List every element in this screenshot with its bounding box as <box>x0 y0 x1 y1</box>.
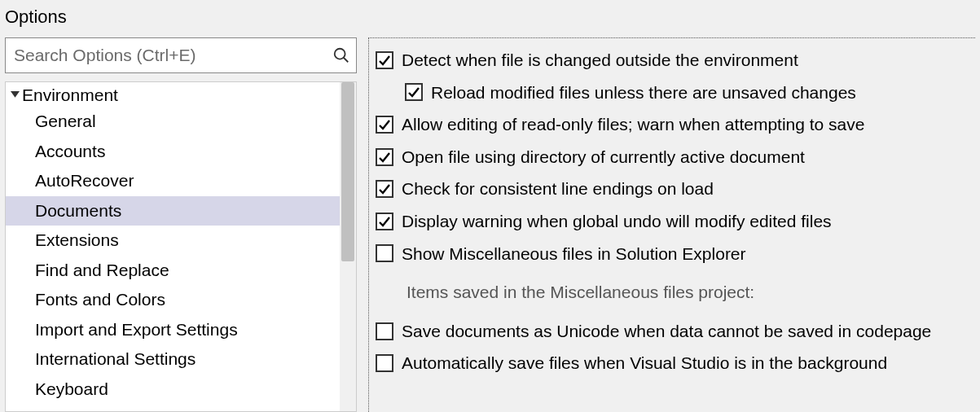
option-global-undo: Display warning when global undo will mo… <box>376 208 969 235</box>
option-line-endings: Check for consistent line endings on loa… <box>376 175 969 203</box>
tree-item-preview-features[interactable]: Preview Features <box>6 404 340 411</box>
options-dialog: Options Environmen <box>0 0 980 412</box>
option-label: Show Miscellaneous files in Solution Exp… <box>402 240 746 268</box>
option-detect-changed: Detect when file is changed outside the … <box>376 46 969 74</box>
tree-item-accounts[interactable]: Accounts <box>6 137 340 167</box>
checkbox-open-dir[interactable] <box>376 148 393 166</box>
tree-item-label: Documents <box>35 201 121 220</box>
tree-scrollbar[interactable] <box>340 82 356 411</box>
tree-item-label: Import and Export Settings <box>35 320 238 339</box>
body-area: Environment General Accounts AutoRecover… <box>0 37 980 412</box>
tree-item-find-replace[interactable]: Find and Replace <box>6 256 340 286</box>
option-label: Save documents as Unicode when data cann… <box>402 318 931 345</box>
misc-hint-label: Items saved in the Miscellaneous files p… <box>376 278 969 306</box>
tree-item-label: Fonts and Colors <box>35 290 165 309</box>
left-pane: Environment General Accounts AutoRecover… <box>5 37 357 412</box>
tree-item-international[interactable]: International Settings <box>6 344 340 375</box>
search-input[interactable] <box>5 37 357 73</box>
option-show-misc: Show Miscellaneous files in Solution Exp… <box>376 240 969 268</box>
title-bar: Options <box>0 0 980 37</box>
search-wrap <box>5 37 357 73</box>
option-label: Display warning when global undo will mo… <box>402 208 832 235</box>
option-allow-readonly: Allow editing of read-only files; warn w… <box>376 111 969 138</box>
misc-hint-text: Items saved in the Miscellaneous files p… <box>407 278 754 306</box>
expander-icon <box>9 90 20 101</box>
checkbox-line-endings[interactable] <box>376 180 393 198</box>
option-label: Check for consistent line endings on loa… <box>402 175 714 203</box>
tree-item-general[interactable]: General <box>6 107 340 137</box>
tree-item-label: Find and Replace <box>35 261 169 279</box>
tree-item-label: AutoRecover <box>35 171 134 190</box>
tree-group-label: Environment <box>22 85 118 105</box>
option-open-dir: Open file using directory of currently a… <box>376 143 969 171</box>
tree-item-import-export[interactable]: Import and Export Settings <box>6 315 340 345</box>
tree-item-label: Keyboard <box>35 379 108 398</box>
right-pane: Detect when file is changed outside the … <box>368 37 975 412</box>
checkbox-autosave-bg[interactable] <box>376 354 393 372</box>
option-label: Open file using directory of currently a… <box>402 143 805 171</box>
tree-item-label: International Settings <box>35 349 196 368</box>
tree-item-label: General <box>35 112 96 130</box>
option-label: Reload modified files unless there are u… <box>431 79 856 107</box>
checkbox-detect-changed[interactable] <box>376 51 393 69</box>
tree-item-keyboard[interactable]: Keyboard <box>6 375 340 405</box>
option-autosave-bg: Automatically save files when Visual Stu… <box>376 349 969 377</box>
tree-item-documents[interactable]: Documents <box>6 196 340 226</box>
checkbox-allow-readonly[interactable] <box>376 116 393 134</box>
option-reload-modified: Reload modified files unless there are u… <box>376 79 969 107</box>
svg-marker-2 <box>11 91 20 98</box>
tree-item-label: Accounts <box>35 142 105 160</box>
checkbox-save-unicode[interactable] <box>376 322 393 340</box>
checkbox-reload-modified[interactable] <box>405 83 423 101</box>
tree-scrollbar-thumb[interactable] <box>341 82 354 261</box>
tree-item-label: Extensions <box>35 230 119 249</box>
option-label: Automatically save files when Visual Stu… <box>402 349 887 377</box>
window-title: Options <box>5 7 67 27</box>
tree-item-extensions[interactable]: Extensions <box>6 226 340 256</box>
tree-item-autorecover[interactable]: AutoRecover <box>6 166 340 196</box>
tree-item-label: Preview Features <box>35 409 168 411</box>
options-tree-container: Environment General Accounts AutoRecover… <box>5 81 357 412</box>
option-label: Allow editing of read-only files; warn w… <box>402 111 864 138</box>
checkbox-global-undo[interactable] <box>376 213 393 230</box>
checkbox-show-misc[interactable] <box>376 244 393 262</box>
tree-item-fonts-colors[interactable]: Fonts and Colors <box>6 285 340 315</box>
options-tree[interactable]: Environment General Accounts AutoRecover… <box>6 82 340 411</box>
tree-group-environment[interactable]: Environment <box>6 84 340 107</box>
option-save-unicode: Save documents as Unicode when data cann… <box>376 318 969 345</box>
option-label: Detect when file is changed outside the … <box>402 46 798 74</box>
